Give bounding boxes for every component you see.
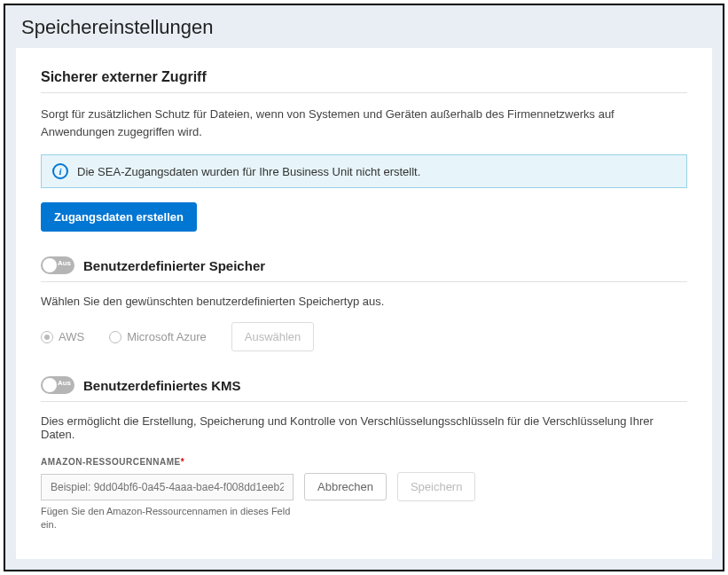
page-title: Speichereinstellungen xyxy=(5,5,723,48)
toggle-state-label: Aus xyxy=(58,379,71,387)
toggle-knob xyxy=(43,258,57,272)
sea-heading: Sicherer externer Zugriff xyxy=(41,69,687,85)
arn-helper-text: Fügen Sie den Amazon-Ressourcennamen in … xyxy=(41,505,294,532)
info-message: Die SEA-Zugangsdaten wurden für Ihre Bus… xyxy=(77,165,420,178)
settings-panel: Speichereinstellungen Sicherer externer … xyxy=(4,4,724,571)
settings-card: Sicherer externer Zugriff Sorgt für zusä… xyxy=(16,48,712,559)
sea-section: Sicherer externer Zugriff Sorgt für zusä… xyxy=(41,69,687,232)
radio-aws[interactable] xyxy=(41,331,53,343)
divider xyxy=(41,401,687,402)
info-icon: i xyxy=(52,163,68,179)
kms-description: Dies ermöglicht die Erstellung, Speicher… xyxy=(41,414,687,441)
custom-kms-section: Aus Benutzerdefiniertes KMS Dies ermögli… xyxy=(41,376,687,532)
custom-kms-toggle[interactable]: Aus xyxy=(41,376,74,394)
radio-azure[interactable] xyxy=(109,331,121,343)
custom-storage-toggle[interactable]: Aus xyxy=(41,256,74,274)
divider xyxy=(41,281,687,282)
info-banner: i Die SEA-Zugangsdaten wurden für Ihre B… xyxy=(41,154,687,188)
arn-field-label: AMAZON-RESSOURCENNAME* xyxy=(41,457,687,467)
storage-description: Wählen Sie den gewünschten benutzerdefin… xyxy=(41,295,687,308)
radio-azure-label: Microsoft Azure xyxy=(127,330,207,343)
save-button[interactable]: Speichern xyxy=(397,472,476,501)
toggle-state-label: Aus xyxy=(58,259,71,267)
radio-aws-label: AWS xyxy=(59,330,84,343)
custom-storage-label: Benutzerdefinierter Speicher xyxy=(83,258,265,273)
divider xyxy=(41,92,687,93)
toggle-knob xyxy=(43,378,57,392)
storage-type-radios: AWS Microsoft Azure Auswählen xyxy=(41,322,687,351)
create-credentials-button[interactable]: Zugangsdaten erstellen xyxy=(41,202,197,232)
cancel-button[interactable]: Abbrechen xyxy=(304,473,387,500)
sea-description: Sorgt für zusätzlichen Schutz für Dateie… xyxy=(41,106,687,140)
custom-storage-section: Aus Benutzerdefinierter Speicher Wählen … xyxy=(41,256,687,351)
required-asterisk: * xyxy=(181,457,184,467)
custom-kms-label: Benutzerdefiniertes KMS xyxy=(83,378,241,393)
select-storage-button[interactable]: Auswählen xyxy=(231,322,315,351)
arn-input[interactable] xyxy=(41,474,294,500)
